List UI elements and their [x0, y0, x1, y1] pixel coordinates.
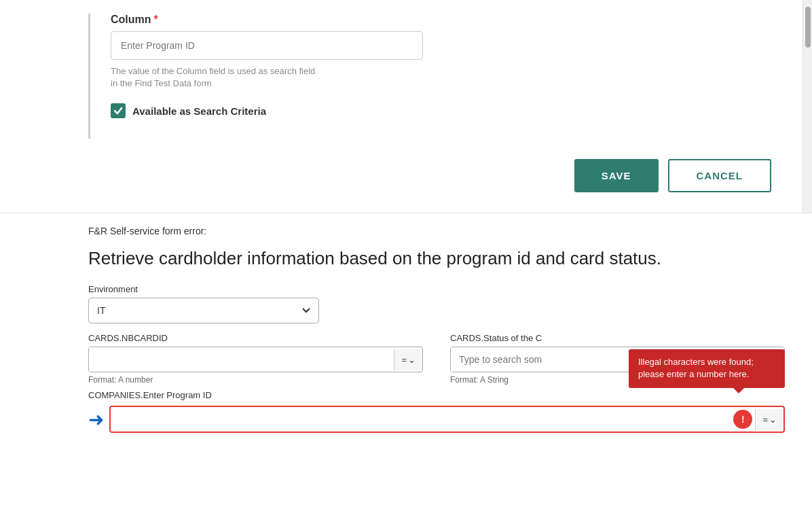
cards-nbcardid-col: CARDS.NBCARDID = ⌄ Format: A number: [88, 333, 423, 385]
column-field-label: Column*: [111, 14, 771, 26]
cards-nbcardid-operator[interactable]: = ⌄: [394, 349, 422, 370]
error-tooltip: Illegal characters were found; please en…: [629, 349, 785, 387]
save-button[interactable]: SAVE: [574, 159, 659, 192]
search-criteria-checkbox[interactable]: [111, 103, 126, 118]
environment-label: Environment: [88, 284, 785, 294]
companies-input-row: ➜ 7983931. ! = ⌄: [88, 406, 785, 433]
companies-operator-chevron: ⌄: [769, 415, 777, 425]
scroll-thumb: [805, 7, 811, 48]
companies-input-group: 7983931. ! = ⌄: [109, 406, 785, 433]
cards-nbcardid-label: CARDS.NBCARDID: [88, 333, 423, 343]
search-criteria-label: Available as Search Criteria: [132, 105, 266, 117]
cards-nbcardid-format: Format: A number: [88, 375, 423, 385]
scroll-handle[interactable]: [802, 0, 812, 213]
companies-label: COMPANIES.Enter Program ID: [88, 390, 785, 400]
cancel-button[interactable]: CANCEL: [668, 159, 772, 192]
button-row: SAVE CANCEL: [0, 159, 771, 213]
form-inner: Column* The value of the Column field is…: [88, 14, 771, 139]
error-icon: !: [733, 410, 752, 429]
companies-group: COMPANIES.Enter Program ID ➜ 7983931. ! …: [88, 390, 785, 433]
column-helper-text: The value of the Column field is used as…: [111, 65, 437, 90]
blue-arrow-icon: ➜: [88, 408, 104, 431]
companies-operator[interactable]: = ⌄: [755, 409, 783, 430]
column-input[interactable]: [111, 31, 423, 60]
page-title: Retrieve cardholder information based on…: [88, 247, 785, 270]
cards-status-label: CARDS.Status of the C: [450, 333, 785, 343]
top-panel: Column* The value of the Column field is…: [0, 0, 812, 213]
required-indicator: *: [154, 14, 158, 25]
error-label: F&R Self-service form error:: [88, 226, 785, 236]
companies-operator-symbol: =: [762, 415, 768, 425]
operator-symbol: =: [401, 355, 407, 365]
operator-chevron: ⌄: [408, 355, 416, 365]
environment-select[interactable]: IT UAT PROD: [88, 298, 319, 323]
environment-group: Environment IT UAT PROD: [88, 284, 785, 323]
search-criteria-row: Available as Search Criteria: [111, 103, 771, 118]
bottom-section: F&R Self-service form error: Retrieve ca…: [0, 213, 812, 456]
companies-input[interactable]: 7983931.: [111, 407, 733, 431]
cards-nbcardid-input[interactable]: [89, 347, 394, 372]
cards-nbcardid-input-group: = ⌄: [88, 347, 423, 372]
